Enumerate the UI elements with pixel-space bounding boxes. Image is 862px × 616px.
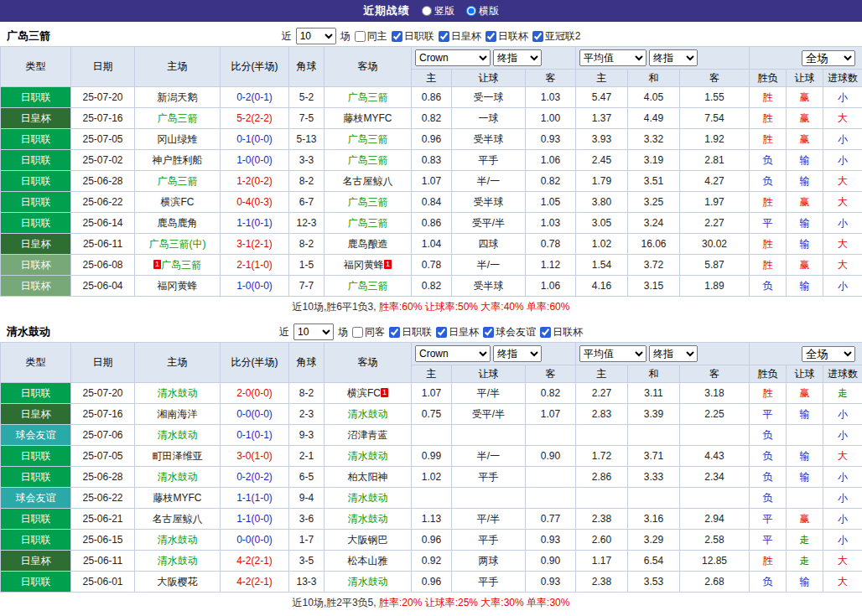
league-filter-emperor-cup[interactable]: 日皇杯	[436, 325, 479, 339]
home-team-cell: 清水鼓动	[135, 425, 221, 446]
euro-average-select[interactable]: 平均值	[579, 345, 646, 362]
scope-select[interactable]: 全场	[802, 346, 855, 362]
col-wdl: 胜负	[750, 365, 787, 383]
same-venue-checkbox[interactable]	[352, 327, 363, 338]
layout-option-vertical[interactable]: 竖版	[422, 4, 454, 18]
euro-draw-odds: 3.33	[628, 467, 680, 488]
league-checkbox[interactable]	[483, 327, 494, 338]
score: 0-1(0-1)	[221, 425, 289, 446]
page-title: 近期战绩	[363, 3, 410, 18]
vertical-layout-radio[interactable]	[422, 6, 432, 16]
match-date: 25-06-22	[71, 488, 135, 509]
competition-type: 日职联	[1, 467, 71, 488]
result-goals-over-under: 小	[823, 150, 862, 171]
same-venue-filter[interactable]: 同客	[352, 325, 385, 339]
ah-away-odds: 0.93	[526, 572, 576, 593]
match-date: 25-07-16	[71, 108, 135, 129]
euro-away-odds: 5.87	[680, 255, 750, 276]
ah-away-odds: 1.06	[526, 150, 576, 171]
match-row: 日职联 25-07-05 町田泽维亚 3-0(1-0) 2-1 清水鼓动 0.9…	[1, 446, 862, 467]
league-checkbox[interactable]	[392, 31, 402, 42]
col-goals: 进球数	[823, 70, 862, 87]
match-date: 25-06-14	[71, 213, 135, 234]
league-filter-levain-cup[interactable]: 日联杯	[486, 29, 528, 44]
ah-home-odds: 0.99	[412, 446, 452, 467]
away-team-cell: 鹿岛酿造	[325, 234, 412, 255]
league-checkbox[interactable]	[540, 327, 551, 338]
league-filter-levain-cup[interactable]: 日联杯	[540, 325, 583, 339]
match-count-select[interactable]: 10	[296, 28, 336, 44]
ah-handicap-line: 受平/半	[452, 404, 526, 425]
league-checkbox[interactable]	[436, 327, 447, 338]
result-win-draw-loss: 平	[750, 213, 787, 234]
away-red-card-badge: 1	[384, 260, 392, 269]
away-team-cell: 柏太阳神	[325, 467, 412, 488]
league-filter-emperor-cup[interactable]: 日皇杯	[439, 29, 481, 44]
team-name: 清水鼓动	[7, 324, 50, 339]
ah-handicap-line: 平/半	[452, 509, 526, 530]
ah-time-select[interactable]: 终指	[493, 49, 542, 66]
away-team-name: 柏太阳神	[348, 471, 388, 483]
ah-away-odds: 1.03	[526, 213, 576, 234]
match-row: 日职联 25-06-14 鹿岛鹿角 1-1(0-1) 12-3 广岛三箭 0.8…	[1, 213, 862, 234]
euro-time-select[interactable]: 终指	[649, 49, 698, 66]
home-team-cell: 清水鼓动	[135, 467, 221, 488]
score: 0-2(0-1)	[221, 87, 289, 108]
away-team-name: 福冈黄蜂	[344, 259, 384, 271]
corner-score: 13-3	[289, 572, 325, 593]
euro-away-odds	[680, 425, 750, 446]
league-label: 日联杯	[553, 325, 583, 339]
euro-average-select[interactable]: 平均值	[579, 49, 646, 66]
col-eu-home: 主	[576, 70, 628, 87]
scope-select[interactable]: 全场	[802, 50, 855, 66]
away-team-name: 藤枝MYFC	[344, 112, 392, 124]
result-goals-over-under: 小	[823, 213, 862, 234]
horizontal-layout-radio[interactable]	[466, 6, 476, 16]
competition-type: 日职联	[1, 530, 71, 551]
bookmaker-select[interactable]: Crown	[415, 49, 491, 66]
league-filter-jleague[interactable]: 日职联	[392, 29, 434, 44]
team-section-hiroshima: 广岛三箭 近 10 场 同主 日职联 日皇杯 日联杯 亚冠	[0, 26, 862, 318]
euro-home-odds: 2.86	[576, 467, 628, 488]
home-team-name: 神户胜利船	[153, 154, 203, 166]
league-checkbox[interactable]	[439, 31, 449, 42]
league-filter-acl2[interactable]: 亚冠联2	[532, 29, 581, 44]
same-venue-filter[interactable]: 同主	[355, 29, 387, 44]
match-count-select[interactable]: 10	[293, 324, 334, 340]
away-team-cell: 沼津青蓝	[325, 425, 412, 446]
games-label: 场	[340, 29, 351, 44]
match-date: 25-06-28	[71, 467, 135, 488]
result-handicap: 赢	[787, 509, 823, 530]
euro-draw-odds: 3.32	[628, 129, 680, 150]
league-filter-club-friendly[interactable]: 球会友谊	[483, 325, 536, 339]
league-checkbox[interactable]	[532, 31, 543, 42]
league-checkbox[interactable]	[486, 31, 496, 42]
away-team-cell: 清水鼓动	[325, 404, 412, 425]
ah-time-select[interactable]: 终指	[493, 345, 542, 362]
layout-option-horizontal[interactable]: 横版	[466, 4, 499, 18]
away-team-cell: 藤枝MYFC	[325, 108, 412, 129]
league-label: 日职联	[402, 325, 432, 339]
away-team-name: 鹿岛酿造	[348, 238, 388, 250]
ah-home-odds: 1.02	[412, 467, 452, 488]
asian-handicap-group: Crown终指	[412, 343, 576, 365]
col-eu-away: 客	[680, 70, 750, 87]
euro-home-odds: 2.27	[576, 383, 628, 404]
corner-score: 9-4	[289, 488, 325, 509]
home-team-cell: 神户胜利船	[135, 150, 221, 171]
home-team-name: 清水鼓动	[158, 534, 198, 546]
ah-away-odds: 1.00	[526, 108, 576, 129]
ah-handicap-line: 四球	[452, 234, 526, 255]
league-filter-jleague[interactable]: 日职联	[389, 325, 432, 339]
same-venue-checkbox[interactable]	[355, 31, 366, 42]
bookmaker-select[interactable]: Crown	[415, 345, 491, 362]
ah-home-odds: 0.84	[412, 192, 452, 213]
home-team-name: 湘南海洋	[158, 408, 198, 420]
ah-away-odds: 0.93	[526, 530, 576, 551]
result-win-draw-loss: 负	[750, 488, 787, 509]
euro-away-odds: 2.94	[680, 509, 750, 530]
summary-rates: 胜率:20% 让球率:25% 大率:30% 单率:30%	[379, 597, 569, 608]
euro-time-select[interactable]: 终指	[649, 345, 698, 362]
ah-away-odds	[526, 488, 576, 509]
league-checkbox[interactable]	[389, 327, 400, 338]
